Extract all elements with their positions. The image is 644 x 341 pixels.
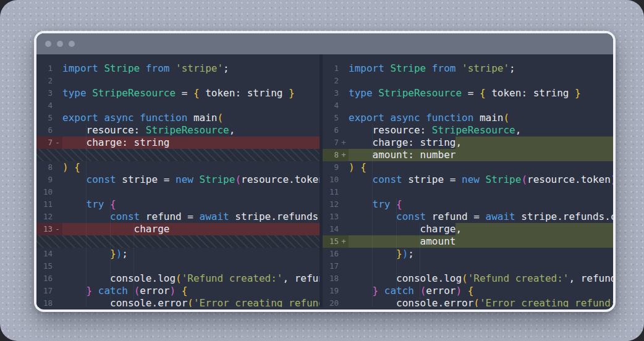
code-line-8[interactable]: 8+ amount: number <box>323 149 613 161</box>
code-line-7[interactable]: 7+ charge: string, <box>323 137 613 149</box>
code-line-17[interactable]: 17 } catch (error) { <box>36 285 320 297</box>
gutter: 17 <box>36 285 62 297</box>
collapsed-spacer[interactable] <box>36 235 320 248</box>
code-line-5[interactable]: 5export async function main( <box>36 112 320 124</box>
code-line-2[interactable]: 2 <box>323 75 613 87</box>
code-line-9[interactable]: 9 const stripe = new Stripe(resource.tok… <box>36 174 320 186</box>
code-token: , refund.id <box>282 272 320 285</box>
code-line-15[interactable]: 15 <box>36 260 320 272</box>
diff-sign-empty <box>339 112 349 124</box>
code-line-1[interactable]: 1import Stripe from 'stripe'; <box>323 62 613 75</box>
code-line-16[interactable]: 16 console.log('Refund created:', refund… <box>36 272 320 285</box>
code-line-5[interactable]: 5export async function main( <box>323 112 613 124</box>
code-line-16[interactable]: 16 }); <box>323 248 613 260</box>
code-content: type StripeResource = { token: string } <box>349 87 613 99</box>
code-token: 'stripe' <box>462 62 509 75</box>
gutter: 1 <box>323 62 349 75</box>
code-line-8[interactable]: 8) { <box>36 161 320 174</box>
code-line-6[interactable]: 6 resource: StripeResource, <box>323 124 613 137</box>
line-number: 18 <box>36 297 53 307</box>
code-token: resource: <box>349 124 432 137</box>
window-control-minimize[interactable] <box>57 41 63 47</box>
code-content <box>62 260 320 272</box>
code-line-6[interactable]: 6 resource: StripeResource, <box>36 124 320 137</box>
code-line-9[interactable]: 9) { <box>323 161 613 174</box>
code-line-15[interactable]: 15+ amount <box>323 235 613 248</box>
code-token: error <box>140 285 169 297</box>
code-token: ) <box>116 248 122 260</box>
code-content: charge: string, <box>349 137 613 149</box>
diff-pane-modified[interactable]: 1import Stripe from 'stripe';23type Stri… <box>323 54 613 307</box>
code-line-10[interactable]: 10 <box>36 186 320 198</box>
code-content: amount <box>349 235 613 248</box>
code-line-12[interactable]: 12 const refund = await stripe.refunds.c… <box>36 211 320 223</box>
gutter: 12 <box>36 211 62 223</box>
code-line-2[interactable]: 2 <box>36 75 320 87</box>
code-token: = <box>176 87 193 99</box>
code-token: { <box>396 198 402 211</box>
code-content: try { <box>62 198 320 211</box>
code-line-13[interactable]: 13 const refund = await stripe.refunds.c… <box>323 211 613 223</box>
code-token: catch <box>384 285 414 297</box>
indent-guide <box>86 124 87 307</box>
line-number: 12 <box>36 211 53 223</box>
code-line-4[interactable]: 4 <box>36 99 320 112</box>
code-line-20[interactable]: 20 console.error('Error creating refund:… <box>323 297 613 307</box>
code-line-18[interactable]: 18 console.log('Refund created:', refund… <box>323 272 613 285</box>
code-content <box>349 75 613 87</box>
diff-sign-empty <box>339 297 349 307</box>
gutter: 15+ <box>323 235 349 248</box>
code-line-3[interactable]: 3type StripeResource = { token: string } <box>36 87 320 99</box>
code-token: , <box>455 137 462 148</box>
code-line-14[interactable]: 14 charge, <box>323 223 613 235</box>
code-line-13[interactable]: 13- charge <box>36 223 320 235</box>
code-token: amount <box>349 235 455 248</box>
window-control-maximize[interactable] <box>69 41 75 47</box>
line-number: 2 <box>323 75 339 87</box>
gutter: 10 <box>323 174 349 186</box>
gutter: 1 <box>36 62 62 75</box>
code-token: Stripe <box>486 174 522 186</box>
diff-sign-empty <box>339 186 349 198</box>
code-token <box>462 285 468 297</box>
code-line-11[interactable]: 11 try { <box>36 198 320 211</box>
code-token: charge: string <box>349 137 455 149</box>
code-content: ) { <box>62 161 320 174</box>
window-titlebar[interactable] <box>36 33 613 54</box>
code-token: ) <box>455 285 462 297</box>
code-content <box>349 186 613 198</box>
code-token <box>390 198 396 211</box>
code-token: Stripe <box>200 174 235 186</box>
line-number: 13 <box>36 223 53 235</box>
code-token: from <box>426 62 462 75</box>
code-token: new <box>176 174 193 186</box>
code-token: } <box>373 285 379 297</box>
code-token: try <box>373 198 391 211</box>
code-line-10[interactable]: 10 const stripe = new Stripe(resource.to… <box>323 174 613 186</box>
window-control-close[interactable] <box>45 41 51 47</box>
code-line-4[interactable]: 4 <box>323 99 613 112</box>
code-line-7[interactable]: 7- charge: string <box>36 137 320 149</box>
gutter: 16 <box>36 272 62 285</box>
diff-sign-empty <box>53 124 62 137</box>
code-token <box>193 174 200 186</box>
code-token: { <box>182 285 188 297</box>
code-line-14[interactable]: 14 }); <box>36 248 320 260</box>
code-line-12[interactable]: 12 try { <box>323 198 613 211</box>
code-line-17[interactable]: 17 <box>323 260 613 272</box>
diff-sign-empty <box>53 112 62 124</box>
line-number: 2 <box>36 75 53 87</box>
collapsed-spacer[interactable] <box>36 149 320 161</box>
code-content <box>349 260 613 272</box>
code-line-11[interactable]: 11 <box>323 186 613 198</box>
code-line-3[interactable]: 3type StripeResource = { token: string } <box>323 87 613 99</box>
code-token: console.error <box>349 297 473 307</box>
code-token: , <box>455 223 462 235</box>
code-line-19[interactable]: 19 } catch (error) { <box>323 285 613 297</box>
code-line-1[interactable]: 1import Stripe from 'stripe'; <box>36 62 320 75</box>
code-token <box>62 198 87 211</box>
code-content: } catch (error) { <box>62 285 320 297</box>
code-line-18[interactable]: 18 console.error('Error creating refund:… <box>36 297 320 307</box>
code-token: const <box>396 211 426 223</box>
diff-pane-original[interactable]: 1import Stripe from 'stripe';23type Stri… <box>36 54 320 307</box>
